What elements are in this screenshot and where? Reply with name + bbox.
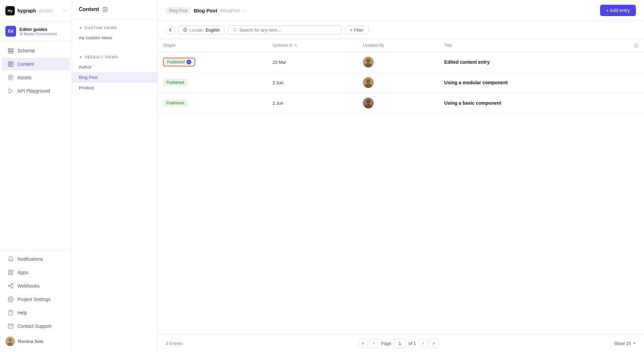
stage-info-icon[interactable]: i	[186, 60, 191, 64]
sidebar-label-content: Content	[17, 61, 34, 67]
toolbar: Locale: English + Filter	[158, 21, 644, 39]
avatar	[363, 98, 374, 108]
search-bar[interactable]	[228, 26, 342, 35]
layers-icon	[7, 47, 14, 54]
webhook-icon	[7, 283, 14, 289]
svg-point-14	[8, 310, 13, 315]
custom-views-section: ▼ CUSTOM VIEWS my custom views	[72, 19, 157, 48]
sidebar-label-apps: Apps	[17, 270, 28, 275]
pagination: 3 Entries « ‹ Page of 1 › » Show 15	[158, 334, 644, 352]
project-avatar: Ed	[5, 26, 16, 37]
svg-point-10	[11, 284, 13, 285]
sort-icon: ⇅	[294, 43, 297, 48]
svg-rect-7	[11, 270, 13, 272]
locale-label: Locale:	[190, 28, 204, 33]
stage-badge-published-highlighted: Published i	[163, 58, 195, 66]
stage-badge-published: Published	[163, 99, 187, 107]
svg-point-11	[8, 285, 10, 287]
cell-title: Edited content entry	[439, 52, 629, 72]
table-row[interactable]: Published 2 Jun	[158, 72, 644, 93]
page-first-button[interactable]: «	[358, 339, 368, 348]
filter-button[interactable]: + Filter	[345, 26, 369, 35]
cell-stage: Published i	[158, 52, 267, 72]
sidebar-item-content[interactable]: Content	[2, 58, 70, 70]
back-button[interactable]	[166, 25, 175, 35]
stage-badge-published: Published	[163, 79, 187, 86]
sidebar-item-api-playground[interactable]: API Playground	[2, 85, 70, 97]
cell-updated-by	[358, 93, 439, 113]
default-view-author[interactable]: Author	[72, 62, 157, 72]
search-input[interactable]	[239, 28, 337, 33]
table-row[interactable]: Published 2 Jun	[158, 93, 644, 113]
page-title: Blog Post	[194, 8, 217, 13]
sidebar-label-notifications: Notifications	[17, 256, 43, 262]
content-panel-title: Content	[79, 6, 99, 12]
edit-icon	[7, 61, 14, 67]
default-view-product[interactable]: Product	[72, 83, 157, 93]
page-number-input[interactable]	[394, 339, 406, 348]
cell-stage: Published	[158, 93, 267, 113]
th-title: Title	[439, 39, 629, 52]
logo-mark: Hy	[5, 6, 15, 15]
content-table-area: Stages Updated At ⇅ Updated By Title	[158, 39, 644, 334]
locale-value: English	[206, 28, 220, 33]
logo-area: Hy hygraph STUDIO ···	[0, 0, 72, 22]
show-label: Show 15	[614, 341, 631, 346]
user-avatar	[5, 337, 15, 346]
header-more-button[interactable]: ···	[243, 7, 248, 14]
main-nav: Schema Content Assets	[0, 41, 72, 250]
page-of-label: of 1	[409, 341, 416, 346]
project-selector[interactable]: Ed Editor guides Master Environment	[0, 22, 72, 41]
cell-updated-at: 22 Mar	[267, 52, 358, 72]
sidebar-item-project-settings[interactable]: Project Settings	[2, 293, 70, 306]
default-view-blog-post[interactable]: Blog Post	[72, 72, 157, 83]
sidebar-item-contact-support[interactable]: Contact Support	[2, 320, 70, 333]
svg-rect-9	[11, 273, 13, 275]
app-menu-button[interactable]: ···	[62, 8, 66, 14]
sidebar-item-assets[interactable]: Assets	[2, 71, 70, 84]
column-settings-icon[interactable]	[634, 43, 639, 48]
sidebar-label-contact-support: Contact Support	[17, 323, 51, 329]
svg-point-27	[636, 45, 637, 47]
custom-views-label[interactable]: ▼ CUSTOM VIEWS	[72, 24, 157, 33]
cell-title: Using a basic component	[439, 93, 629, 113]
svg-point-35	[366, 100, 370, 104]
cell-stage: Published	[158, 72, 267, 93]
table-row[interactable]: Published i 22 Mar	[158, 52, 644, 72]
svg-rect-0	[8, 48, 13, 50]
default-views-label[interactable]: ▼ DEFAULT VIEWS	[72, 54, 157, 62]
avatar	[363, 57, 374, 67]
breadcrumb-tab[interactable]: Blog Post	[166, 7, 191, 14]
page-title-hash: #BlogPost	[220, 8, 240, 13]
th-settings[interactable]	[629, 39, 644, 52]
show-count-selector[interactable]: Show 15	[614, 341, 636, 346]
user-profile[interactable]: Romina Soto	[0, 333, 72, 349]
project-info: Editor guides Master Environment	[19, 27, 57, 36]
cell-updated-by	[358, 52, 439, 72]
svg-point-13	[10, 299, 12, 300]
content-table: Stages Updated At ⇅ Updated By Title	[158, 39, 644, 113]
svg-rect-1	[8, 50, 13, 52]
svg-rect-2	[8, 52, 13, 53]
page-next-button[interactable]: ›	[419, 339, 428, 348]
svg-rect-8	[8, 273, 10, 275]
add-content-button[interactable]	[102, 6, 108, 13]
sidebar-item-help[interactable]: Help	[2, 306, 70, 319]
apps-icon	[7, 269, 14, 276]
th-updated-at[interactable]: Updated At ⇅	[267, 39, 358, 52]
sidebar-item-notifications[interactable]: Notifications	[2, 253, 70, 265]
cell-title: Using a modular component	[439, 72, 629, 93]
cell-updated-by	[358, 72, 439, 93]
sidebar-bottom: Notifications Apps Webhooks	[0, 250, 72, 352]
main-area: Blog Post Blog Post #BlogPost ··· + Add …	[158, 0, 644, 352]
sidebar-item-webhooks[interactable]: Webhooks	[2, 280, 70, 292]
sidebar-item-schema[interactable]: Schema	[2, 44, 70, 57]
svg-marker-5	[9, 89, 13, 93]
sidebar-item-apps[interactable]: Apps	[2, 266, 70, 279]
page-prev-button[interactable]: ‹	[369, 339, 378, 348]
sidebar-label-webhooks: Webhooks	[17, 283, 40, 289]
custom-view-item-my[interactable]: my custom views	[72, 33, 157, 43]
page-last-button[interactable]: »	[429, 339, 439, 348]
add-entry-button[interactable]: + Add entry	[600, 5, 636, 16]
locale-selector[interactable]: Locale: English	[178, 26, 224, 35]
